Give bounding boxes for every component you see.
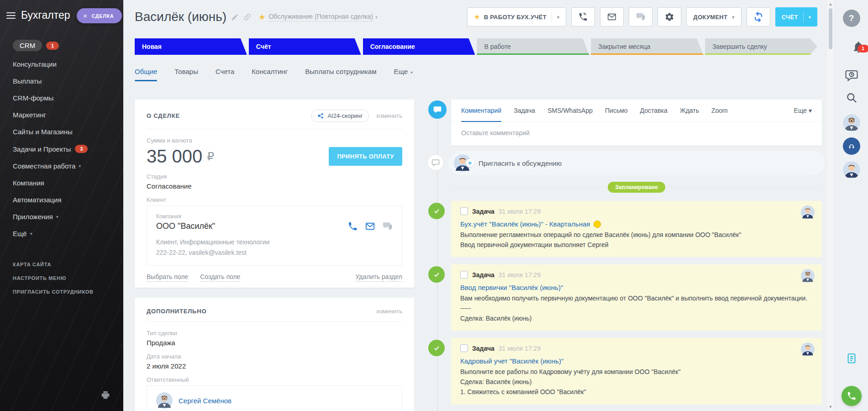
timeline-tab-Комментарий[interactable]: Комментарий <box>461 100 501 121</box>
client-chat-icon[interactable] <box>382 221 393 232</box>
deal-amount[interactable]: 35 000 <box>147 146 202 167</box>
edit-section-link[interactable]: изменить <box>376 112 402 119</box>
support-avatar[interactable] <box>843 137 860 155</box>
scroll-down-icon[interactable]: ▼ <box>827 405 834 409</box>
sidebar-item-7[interactable]: Задачи и Проекты3 <box>0 140 123 158</box>
invoice-button[interactable]: СЧЁТ ▾ <box>775 7 817 26</box>
invite-discussion[interactable]: + Пригласить к обсуждению <box>448 151 825 175</box>
task-checkbox[interactable] <box>460 344 468 352</box>
tab-Выплаты сотрудникам[interactable]: Выплаты сотрудникам <box>305 68 376 81</box>
sidebar-item-1[interactable]: CRM1 <box>0 35 123 56</box>
app-logo[interactable]: Бухгалтер <box>21 9 70 21</box>
sidebar-item-10[interactable]: Автоматизация <box>0 191 123 208</box>
telephony-button[interactable] <box>842 386 862 406</box>
tasks-widget-button[interactable] <box>844 352 859 369</box>
avatar <box>156 392 173 409</box>
deal-category[interactable]: Обслуживание (Повторная сделка) <box>268 13 373 21</box>
tab-Консалтинг[interactable]: Консалтинг <box>252 68 288 81</box>
accept-payment-button[interactable]: ПРИНЯТЬ ОПЛАТУ <box>329 147 402 166</box>
timeline-tab-Задача[interactable]: Задача <box>514 100 535 121</box>
sidebar-item-12[interactable]: Ещё▾ <box>0 225 123 242</box>
task-checkbox[interactable] <box>460 271 468 279</box>
timeline-tab-Zoom[interactable]: Zoom <box>711 100 728 121</box>
stage-2[interactable]: Счёт <box>249 38 361 55</box>
client-email-icon[interactable] <box>365 221 375 232</box>
scrollbar-thumb[interactable] <box>829 8 832 49</box>
sidebar-footer: КАРТА САЙТАНАСТРОИТЬ МЕНЮПРИГЛАСИТЬ СОТР… <box>0 258 123 299</box>
client-call-icon[interactable] <box>347 221 358 232</box>
avatar[interactable] <box>843 161 860 179</box>
stage-6[interactable]: Завершить сделку <box>705 38 817 55</box>
client-box: Компания ООО "Василёк" Клиент, Информаци <box>147 206 402 266</box>
settings-button[interactable] <box>658 7 681 26</box>
task-description-line: Сделка: Василёк (июнь) <box>460 314 813 324</box>
task-title-link[interactable]: Бух.учёт "Василёк (июнь)" - Квартальная <box>460 220 813 228</box>
scroll-up-icon[interactable]: ▲ <box>827 2 834 6</box>
sidebar-item-8[interactable]: Совместная работа▾ <box>0 158 123 174</box>
avatar[interactable] <box>843 114 860 132</box>
timeline-tab-Письмо[interactable]: Письмо <box>605 100 628 121</box>
tab-Общие[interactable]: Общие <box>135 68 157 81</box>
menu-hamburger-icon[interactable] <box>6 12 16 19</box>
sidebar-footer-link-2[interactable]: НАСТРОИТЬ МЕНЮ <box>0 271 123 285</box>
notifications-button[interactable]: 1 <box>852 47 865 55</box>
task-checkbox[interactable] <box>460 207 468 215</box>
sidebar-item-11[interactable]: Приложения▾ <box>0 208 123 225</box>
task-title-link[interactable]: Кадровый учет "Василёк (июнь)" <box>460 357 813 365</box>
search-button[interactable] <box>845 91 858 106</box>
sidebar-menu: CRM1КонсультацииВыплатыCRM-формыМаркетин… <box>0 35 123 242</box>
timeline-tabs: КомментарийЗадачаSMS/WhatsAppПисьмоДоста… <box>451 100 822 122</box>
chat-history-button[interactable] <box>845 68 858 84</box>
document-button[interactable]: ДОКУМЕНТ ▾ <box>686 7 741 26</box>
avatar[interactable] <box>801 342 815 358</box>
sidebar-item-5[interactable]: Маркетинг <box>0 106 123 123</box>
edit-title-icon[interactable] <box>231 13 239 21</box>
choose-field-link[interactable]: Выбрать поле <box>147 273 188 282</box>
tab-Товары[interactable]: Товары <box>174 68 198 81</box>
edit-section-link[interactable]: изменить <box>376 308 402 315</box>
help-button[interactable]: ? <box>843 10 860 27</box>
create-field-link[interactable]: Создать поле <box>200 273 240 282</box>
delete-section-link[interactable]: Удалить раздел <box>355 273 402 282</box>
tab-more[interactable]: Еще▾ <box>394 68 413 81</box>
sidebar-item-4[interactable]: CRM-формы <box>0 90 123 106</box>
responsible-name[interactable]: Сергей Семёнов <box>179 397 231 405</box>
client-contacts[interactable]: 222-22-22, vasilek@vasilek.test <box>156 248 393 258</box>
category-star-icon[interactable]: ★ <box>258 12 265 22</box>
chevron-down-icon[interactable]: ▾ <box>809 15 811 20</box>
sidebar-footer-link-1[interactable]: КАРТА САЙТА <box>0 258 123 271</box>
email-button[interactable] <box>600 7 624 26</box>
stage-value[interactable]: Согласование <box>147 182 402 190</box>
primary-stage-button[interactable]: ★ В РАБОТУ БУХ.УЧЁТ ▾ <box>467 7 566 26</box>
sidebar-item-3[interactable]: Выплаты <box>0 73 123 90</box>
timeline-tab-SMS/WhatsApp[interactable]: SMS/WhatsApp <box>547 100 593 121</box>
timeline-tab-Доставка[interactable]: Доставка <box>640 100 668 121</box>
link-icon[interactable] <box>243 13 251 21</box>
stage-4[interactable]: В работе <box>477 38 589 55</box>
call-button[interactable] <box>571 7 595 26</box>
chevron-down-icon[interactable]: ▾ <box>557 15 559 20</box>
vertical-scrollbar[interactable]: ▲ ▼ <box>827 0 834 411</box>
stage-1[interactable]: Новая <box>135 38 247 55</box>
task-title-link[interactable]: Ввод первички "Василёк (июнь)" <box>460 284 813 291</box>
company-name[interactable]: ООО "Василёк" <box>156 221 215 231</box>
tab-Счета[interactable]: Счета <box>216 68 234 81</box>
printer-icon[interactable] <box>100 390 110 402</box>
sidebar-footer-link-3[interactable]: ПРИГЛАСИТЬ СОТРУДНИКОВ <box>0 285 123 299</box>
stage-5[interactable]: Закрытие месяца <box>591 38 703 55</box>
sidebar-item-label: Ещё <box>13 230 27 237</box>
avatar[interactable] <box>801 269 815 285</box>
automation-button[interactable] <box>747 7 770 26</box>
comment-input[interactable]: Оставьте комментарий <box>451 122 822 146</box>
stage-3[interactable]: Согласование <box>363 38 475 55</box>
sidebar-item-2[interactable]: Консультации <box>0 56 123 73</box>
timeline-tab-more[interactable]: Еще ▾ <box>794 107 812 114</box>
sidebar-item-6[interactable]: Сайты и Магазины <box>0 123 123 140</box>
ai-scoring-chip[interactable]: AI24-скоринг <box>311 110 369 122</box>
close-icon[interactable]: × <box>83 12 87 20</box>
chat-button[interactable] <box>629 7 652 26</box>
timeline-tab-Ждать[interactable]: Ждать <box>680 100 699 121</box>
avatar[interactable] <box>801 206 815 221</box>
sidebar-item-9[interactable]: Компания <box>0 174 123 191</box>
deal-chip[interactable]: × СДЕЛКА <box>77 8 122 23</box>
